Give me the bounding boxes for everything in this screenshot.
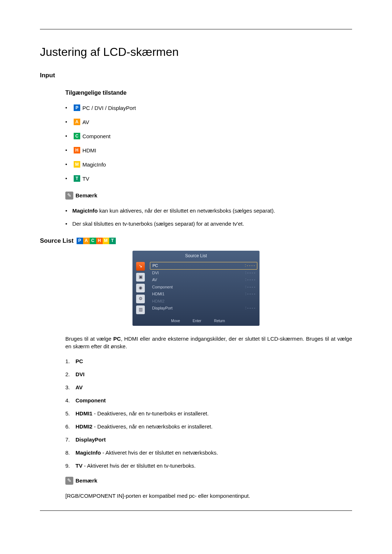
mode-pc: P PC / DVI / DisplayPort bbox=[65, 104, 352, 112]
osd-row-av: AV: - - - - bbox=[150, 276, 257, 283]
source-list-heading: Source List bbox=[40, 237, 74, 245]
section-input-heading: Input bbox=[40, 71, 352, 80]
list-item: TV - Aktiveret hvis der er tilsluttet en… bbox=[65, 462, 352, 469]
osd-row-label: DisplayPort bbox=[152, 305, 172, 311]
list-bold: DVI bbox=[75, 371, 85, 377]
list-bold: HDMI2 bbox=[75, 423, 93, 430]
note-item: Der skal tilsluttes en tv-tunerboks (sæl… bbox=[65, 220, 352, 227]
osd-side-icon-picture: ▣ bbox=[136, 273, 145, 282]
list-bold: AV bbox=[75, 384, 83, 390]
osd-row-label: DVI bbox=[152, 270, 159, 276]
osd-panel: Source List ↘ ▣ ◉ ⚙ ▥ PC: - - - - DVI: -… bbox=[132, 251, 260, 326]
note-label: Bemærk bbox=[75, 192, 97, 199]
desc-text: Bruges til at vælge bbox=[65, 336, 113, 342]
osd-side-icon-multi: ▥ bbox=[136, 305, 145, 314]
list-bold: HDMI1 bbox=[75, 410, 93, 416]
c-icon: C bbox=[90, 238, 96, 244]
note-text: kan kun aktiveres, når der er tilsluttet… bbox=[98, 208, 275, 214]
osd-row-hdmi1: HDMI1: - - - - bbox=[150, 291, 257, 297]
osd-row-pc: PC: - - - - bbox=[150, 262, 257, 270]
source-list-heading-row: Source List P A C H M T bbox=[40, 237, 352, 245]
list-item: HDMI1 - Deaktiveres, når en tv-tunerboks… bbox=[65, 410, 352, 417]
source-numbered-list: PC DVI AV Component HDMI1 - Deaktiveres,… bbox=[65, 357, 352, 469]
list-text: - Aktiveret hvis der er tilsluttet en tv… bbox=[82, 463, 196, 469]
osd-row-val: : - - - - bbox=[245, 270, 255, 276]
list-bold: TV bbox=[75, 463, 82, 469]
mode-hdmi: H HDMI bbox=[65, 147, 352, 154]
osd-rows: PC: - - - - DVI: - - - - AV: - - - - Com… bbox=[150, 262, 257, 314]
mode-tv: T TV bbox=[65, 175, 352, 182]
available-modes-heading: Tilgængelige tilstande bbox=[65, 89, 352, 97]
list-item: DVI bbox=[65, 370, 352, 378]
list-bold: MagicInfo bbox=[75, 450, 101, 456]
mode-component: C Component bbox=[65, 132, 352, 140]
t-icon: T bbox=[109, 238, 116, 244]
osd-row-val: : - - - - bbox=[245, 284, 255, 290]
osd-row-val: : - - - - bbox=[245, 263, 255, 268]
desc-bold: PC bbox=[113, 336, 121, 342]
note-header-2: ✎ Bemærk bbox=[65, 477, 352, 485]
mode-av: A AV bbox=[65, 118, 352, 126]
osd-figure: Source List ↘ ▣ ◉ ⚙ ▥ PC: - - - - DVI: -… bbox=[40, 251, 352, 326]
list-bold: PC bbox=[75, 358, 83, 364]
list-item: PC bbox=[65, 357, 352, 365]
note-text: Der skal tilsluttes en tv-tunerboks (sæl… bbox=[72, 220, 244, 227]
note-list: MagicInfo kan kun aktiveres, når der er … bbox=[65, 207, 352, 227]
list-item: AV bbox=[65, 383, 352, 391]
list-bold: Component bbox=[75, 397, 106, 403]
list-item: Component bbox=[65, 397, 352, 404]
source-list-description: Bruges til at vælge PC, HDMI eller andre… bbox=[65, 335, 352, 350]
bottom-note: [RGB/COMPONENT IN]-porten er kompatibel … bbox=[65, 492, 352, 500]
mode-magicinfo: M MagicInfo bbox=[65, 161, 352, 168]
list-text: - Aktiveret hvis der er tilsluttet en ne… bbox=[101, 450, 218, 456]
m-icon: M bbox=[74, 161, 80, 168]
list-item: MagicInfo - Aktiveret hvis der er tilslu… bbox=[65, 449, 352, 456]
osd-side-icon-input: ↘ bbox=[136, 262, 145, 271]
bottom-divider bbox=[40, 510, 352, 511]
osd-footer: Move Enter Return bbox=[132, 317, 260, 324]
mode-label: PC / DVI / DisplayPort bbox=[82, 104, 136, 112]
osd-title: Source List bbox=[132, 251, 260, 260]
top-divider bbox=[40, 29, 352, 29]
osd-sidebar: ↘ ▣ ◉ ⚙ ▥ bbox=[135, 262, 146, 314]
osd-footer-enter: Enter bbox=[189, 319, 201, 324]
note-icon: ✎ bbox=[65, 192, 73, 200]
source-list-icons: P A C H M T bbox=[77, 238, 116, 244]
note-bold: MagicInfo bbox=[72, 208, 98, 214]
osd-footer-move: Move bbox=[167, 319, 180, 324]
h-icon: H bbox=[74, 147, 80, 153]
osd-row-component: Component: - - - - bbox=[150, 284, 257, 291]
modes-list: P PC / DVI / DisplayPort A AV C Componen… bbox=[65, 104, 352, 182]
osd-side-icon-setup: ⚙ bbox=[136, 295, 145, 303]
osd-row-label: AV bbox=[152, 277, 157, 283]
osd-row-hdmi2: HDMI2 bbox=[150, 298, 257, 305]
mode-label: Component bbox=[82, 132, 111, 140]
osd-row-label: Component bbox=[152, 284, 173, 290]
page-title: Justering af LCD-skærmen bbox=[40, 44, 352, 60]
osd-row-label: PC bbox=[152, 263, 158, 268]
p-icon: P bbox=[74, 104, 80, 111]
osd-row-label: HDMI1 bbox=[152, 291, 164, 297]
osd-footer-return: Return bbox=[210, 319, 225, 324]
osd-row-val: : - - - - bbox=[245, 291, 255, 297]
note-header: ✎ Bemærk bbox=[65, 192, 352, 200]
p-icon: P bbox=[77, 238, 83, 244]
mode-label: MagicInfo bbox=[82, 161, 106, 168]
m-icon: M bbox=[103, 238, 109, 244]
a-icon: A bbox=[83, 238, 90, 244]
osd-row-dvi: DVI: - - - - bbox=[150, 270, 257, 276]
mode-label: HDMI bbox=[82, 147, 96, 154]
list-item: HDMI2 - Deaktiveres, når en netværksboks… bbox=[65, 423, 352, 430]
mode-label: AV bbox=[82, 118, 89, 126]
list-item: DisplayPort bbox=[65, 436, 352, 443]
osd-side-icon-sound: ◉ bbox=[136, 284, 145, 292]
a-icon: A bbox=[74, 119, 80, 125]
list-text: - Deaktiveres, når en netværksboks er in… bbox=[93, 423, 213, 430]
osd-row-val: : - - - - bbox=[245, 305, 255, 311]
note-item: MagicInfo kan kun aktiveres, når der er … bbox=[65, 207, 352, 214]
c-icon: C bbox=[74, 133, 80, 139]
t-icon: T bbox=[74, 175, 80, 182]
note-label: Bemærk bbox=[75, 477, 97, 484]
osd-row-val: : - - - - bbox=[245, 277, 255, 283]
h-icon: H bbox=[96, 238, 103, 244]
